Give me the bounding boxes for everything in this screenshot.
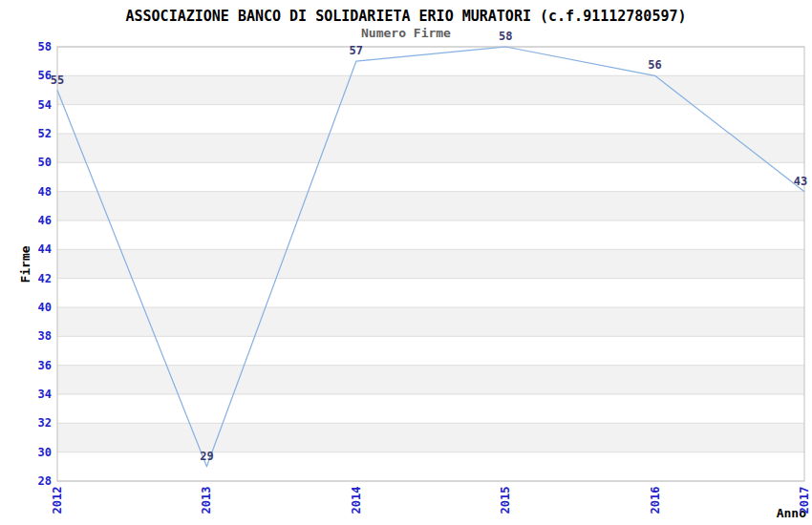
y-tick-label: 56 (0, 69, 52, 82)
point-label: 43 (794, 175, 807, 188)
y-tick-label: 52 (0, 127, 52, 140)
y-tick-label: 58 (0, 40, 52, 53)
plot-band (57, 366, 804, 394)
plot-band (57, 307, 804, 336)
plot-band (57, 192, 804, 220)
point-label: 29 (200, 450, 213, 463)
x-tick-label: 2015 (499, 487, 512, 514)
plot-band (57, 452, 804, 481)
plot-band (57, 105, 804, 134)
x-tick-label: 2017 (798, 487, 811, 514)
y-tick-label: 36 (0, 359, 52, 372)
y-tick-label: 46 (0, 214, 52, 227)
plot-band (57, 423, 804, 452)
y-tick-label: 38 (0, 329, 52, 343)
point-label: 55 (51, 74, 64, 87)
point-label: 56 (648, 58, 661, 72)
chart-subtitle: Numero Firme (0, 26, 812, 40)
plot-band (57, 75, 804, 104)
plot-band (57, 394, 804, 423)
plot-area (0, 0, 812, 525)
plot-band (57, 47, 804, 75)
y-tick-label: 28 (0, 474, 52, 488)
y-tick-label: 30 (0, 446, 52, 459)
y-tick-label: 34 (0, 388, 52, 401)
plot-band (57, 134, 804, 162)
y-tick-label: 48 (0, 185, 52, 199)
plot-band (57, 220, 804, 249)
x-tick-label: 2014 (350, 487, 363, 514)
plot-band (57, 249, 804, 278)
x-tick-label: 2013 (200, 487, 213, 514)
point-label: 57 (350, 44, 363, 57)
plot-band (57, 336, 804, 365)
y-tick-label: 50 (0, 156, 52, 169)
y-tick-label: 54 (0, 98, 52, 112)
point-label: 58 (499, 30, 512, 43)
plot-band (57, 279, 804, 307)
plot-band (57, 162, 804, 191)
x-tick-label: 2012 (51, 487, 64, 514)
chart-title: ASSOCIAZIONE BANCO DI SOLIDARIETA ERIO M… (0, 8, 812, 25)
y-tick-label: 40 (0, 301, 52, 314)
y-tick-label: 32 (0, 416, 52, 430)
y-tick-label: 42 (0, 272, 52, 285)
y-tick-label: 44 (0, 242, 52, 256)
x-tick-label: 2016 (649, 487, 662, 514)
chart-canvas: ASSOCIAZIONE BANCO DI SOLIDARIETA ERIO M… (0, 0, 812, 525)
